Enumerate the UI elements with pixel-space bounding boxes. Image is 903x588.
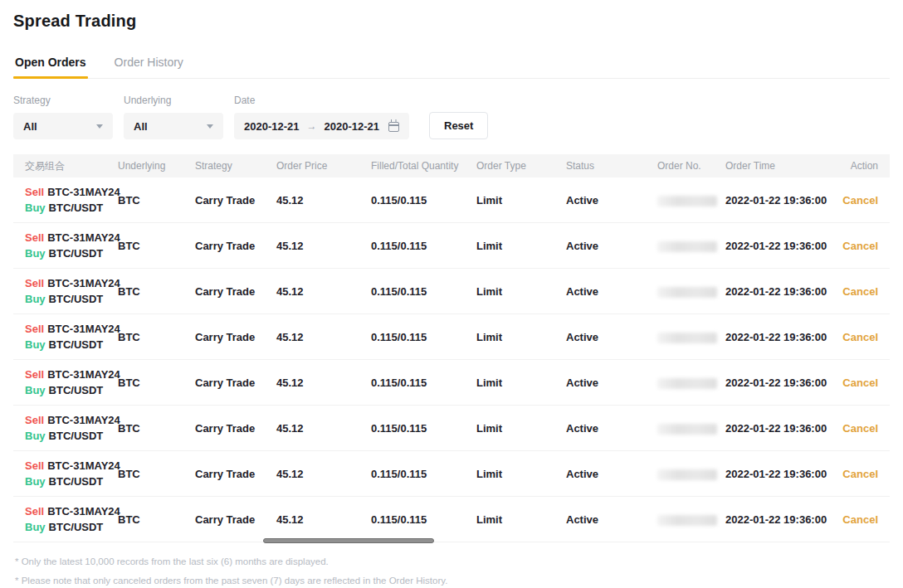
cell-status: Active	[566, 331, 657, 343]
horizontal-scrollbar-thumb[interactable]	[263, 538, 434, 543]
cell-pair: SellBTC-31MAY24 BuyBTC/USDT	[13, 275, 118, 307]
cell-action: Cancel	[830, 285, 890, 298]
table-row: SellBTC-31MAY24 BuyBTC/USDT BTC Carry Tr…	[13, 269, 890, 314]
cancel-button[interactable]: Cancel	[842, 422, 878, 435]
cancel-button[interactable]: Cancel	[842, 513, 878, 526]
cell-filled-total: 0.115/0.115	[371, 285, 476, 298]
table-body: SellBTC-31MAY24 BuyBTC/USDT BTC Carry Tr…	[13, 177, 890, 542]
cell-status: Active	[566, 377, 657, 389]
underlying-select[interactable]: All	[124, 113, 223, 139]
cell-order-price: 45.12	[276, 422, 371, 435]
buy-pair-symbol: BTC/USDT	[49, 247, 104, 260]
buy-side-label: Buy	[25, 384, 46, 396]
date-range-picker[interactable]: 2020-12-21 → 2020-12-21	[234, 113, 409, 139]
sell-side-label: Sell	[25, 505, 44, 518]
chevron-down-icon	[207, 124, 213, 129]
cell-order-type: Limit	[476, 240, 566, 252]
cell-filled-total: 0.115/0.115	[371, 422, 476, 435]
cell-underlying: BTC	[118, 468, 195, 480]
cell-action: Cancel	[830, 468, 890, 480]
sell-side-label: Sell	[25, 277, 44, 289]
cell-pair: SellBTC-31MAY24 BuyBTC/USDT	[13, 230, 118, 261]
cell-order-time: 2022-01-22 19:36:00	[725, 468, 830, 480]
cell-order-price: 45.12	[276, 285, 371, 298]
buy-side-label: Buy	[25, 247, 46, 260]
strategy-label: Strategy	[13, 95, 113, 106]
cell-order-type: Limit	[476, 331, 566, 343]
cell-order-no	[657, 284, 725, 297]
date-to[interactable]: 2020-12-21	[325, 120, 380, 133]
cancel-button[interactable]: Cancel	[842, 194, 878, 207]
cell-order-type: Limit	[476, 513, 566, 526]
cell-status: Active	[566, 240, 657, 252]
reset-button[interactable]: Reset	[429, 112, 488, 139]
horizontal-scrollbar-track	[13, 542, 890, 547]
cell-underlying: BTC	[118, 513, 195, 526]
table-header-row: 交易组合 Underlying Strategy Order Price Fil…	[13, 154, 890, 177]
cell-order-no	[657, 513, 725, 525]
orders-table: 交易组合 Underlying Strategy Order Price Fil…	[13, 154, 890, 542]
header-order-price: Order Price	[276, 160, 371, 172]
header-order-type: Order Type	[476, 160, 566, 172]
arrow-right-icon: →	[307, 120, 317, 132]
header-order-no: Order No.	[657, 160, 725, 172]
cancel-button[interactable]: Cancel	[842, 377, 878, 389]
cell-underlying: BTC	[118, 331, 195, 343]
strategy-select[interactable]: All	[13, 113, 113, 139]
cell-strategy: Carry Trade	[195, 513, 276, 526]
cell-strategy: Carry Trade	[195, 194, 276, 207]
cell-strategy: Carry Trade	[195, 285, 276, 298]
cell-action: Cancel	[830, 422, 890, 435]
cell-strategy: Carry Trade	[195, 331, 276, 343]
cell-order-time: 2022-01-22 19:36:00	[725, 422, 830, 435]
header-order-time: Order Time	[725, 160, 830, 172]
tab-order-history[interactable]: Order History	[113, 52, 185, 78]
underlying-label: Underlying	[124, 95, 223, 106]
cell-order-time: 2022-01-22 19:36:00	[725, 240, 830, 252]
table-row: SellBTC-31MAY24 BuyBTC/USDT BTC Carry Tr…	[13, 406, 890, 451]
buy-pair-symbol: BTC/USDT	[49, 338, 104, 351]
order-no-redacted-blur	[657, 378, 717, 389]
cell-pair: SellBTC-31MAY24 BuyBTC/USDT	[13, 503, 118, 535]
cell-pair: SellBTC-31MAY24 BuyBTC/USDT	[13, 321, 118, 352]
sell-pair-symbol: BTC-31MAY24	[47, 186, 120, 198]
sell-side-label: Sell	[25, 186, 44, 198]
buy-pair-symbol: BTC/USDT	[49, 475, 104, 488]
cell-filled-total: 0.115/0.115	[371, 513, 476, 526]
cancel-button[interactable]: Cancel	[842, 468, 878, 480]
cell-action: Cancel	[830, 377, 890, 389]
cancel-button[interactable]: Cancel	[842, 285, 878, 298]
cell-pair: SellBTC-31MAY24 BuyBTC/USDT	[13, 367, 118, 398]
cell-filled-total: 0.115/0.115	[371, 240, 476, 252]
table-row: SellBTC-31MAY24 BuyBTC/USDT BTC Carry Tr…	[13, 314, 890, 360]
cell-strategy: Carry Trade	[195, 422, 276, 435]
sell-pair-symbol: BTC-31MAY24	[47, 505, 120, 518]
underlying-filter: Underlying All	[124, 95, 223, 139]
sell-pair-symbol: BTC-31MAY24	[47, 277, 120, 289]
buy-side-label: Buy	[25, 202, 46, 214]
sell-pair-symbol: BTC-31MAY24	[47, 231, 120, 244]
cell-order-type: Limit	[476, 194, 566, 207]
cell-underlying: BTC	[118, 194, 195, 207]
date-from[interactable]: 2020-12-21	[244, 120, 300, 133]
strategy-value: All	[23, 120, 37, 133]
strategy-filter: Strategy All	[13, 95, 113, 139]
cell-underlying: BTC	[118, 377, 195, 389]
sell-side-label: Sell	[25, 323, 44, 335]
footnote-canceled-orders: * Please note that only canceled orders …	[15, 576, 890, 586]
calendar-icon[interactable]	[388, 122, 399, 132]
cancel-button[interactable]: Cancel	[842, 331, 878, 343]
cell-action: Cancel	[830, 240, 890, 252]
sell-side-label: Sell	[25, 368, 44, 381]
underlying-value: All	[134, 120, 148, 133]
cell-order-type: Limit	[476, 377, 566, 389]
order-no-redacted-blur	[657, 333, 717, 343]
sell-pair-symbol: BTC-31MAY24	[47, 368, 120, 381]
cell-strategy: Carry Trade	[195, 240, 276, 252]
header-status: Status	[566, 160, 657, 172]
cell-order-time: 2022-01-22 19:36:00	[725, 285, 830, 298]
cell-order-price: 45.12	[276, 194, 371, 207]
cancel-button[interactable]: Cancel	[842, 240, 878, 252]
tab-open-orders[interactable]: Open Orders	[13, 52, 88, 78]
cell-order-price: 45.12	[276, 468, 371, 480]
